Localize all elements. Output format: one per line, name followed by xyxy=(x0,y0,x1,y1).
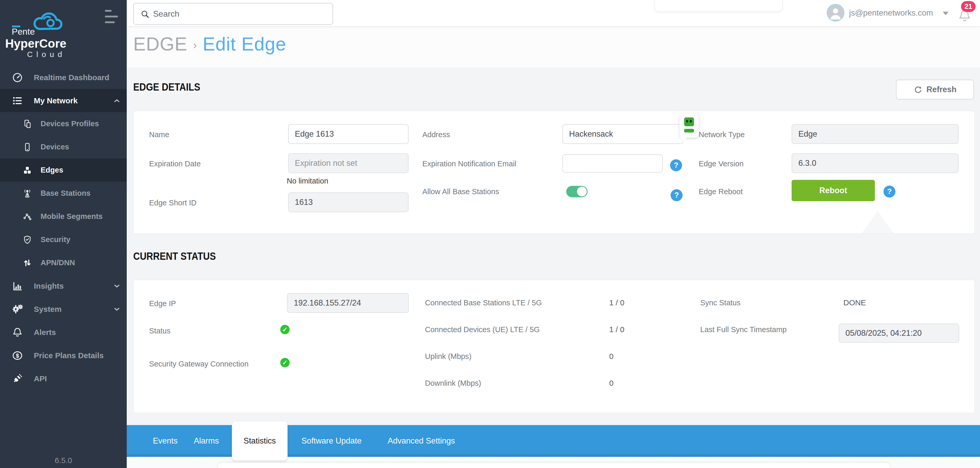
current-status-card: Edge IP Status Security Gateway Connecti… xyxy=(133,280,975,413)
breadcrumb-parent[interactable]: EDGE xyxy=(133,33,187,55)
app-logo: Pente HyperCore Cloud xyxy=(0,0,127,60)
edge-ip-label: Edge IP xyxy=(149,299,176,308)
edge-version-field[interactable] xyxy=(792,153,959,173)
sidebar-item-my-network[interactable]: My Network xyxy=(0,89,127,112)
tab-advanced-settings[interactable]: Advanced Settings xyxy=(387,425,456,457)
sidebar-item-price-plans-details[interactable]: $ Price Plans Details xyxy=(0,344,127,367)
refresh-button[interactable]: Refresh xyxy=(896,80,974,99)
sidebar-item-label: Security xyxy=(41,235,70,244)
name-field[interactable] xyxy=(288,124,409,144)
sidebar-item-api[interactable]: API xyxy=(0,367,127,390)
allow-all-base-stations-help-icon[interactable] xyxy=(671,189,682,201)
search-box[interactable] xyxy=(133,3,333,25)
sidebar-item-alerts[interactable]: Alerts xyxy=(0,321,127,344)
name-label: Name xyxy=(149,131,169,139)
network-type-label: Network Type xyxy=(699,131,745,139)
refresh-icon xyxy=(913,85,923,94)
sync-status-value: DONE xyxy=(843,298,866,307)
chevron-down-icon xyxy=(112,305,121,314)
shield-icon xyxy=(22,235,32,245)
sidebar-item-label: My Network xyxy=(34,96,78,105)
main-content: EDGE › Edit Edge EDGE DETAILS Refresh Na… xyxy=(127,26,980,468)
chevron-down-icon[interactable] xyxy=(943,12,948,15)
edge-ip-field[interactable] xyxy=(287,293,409,313)
last-full-sync-label: Last Full Sync Timestamp xyxy=(700,325,787,334)
app-version: 6.5.0 xyxy=(0,456,127,465)
list-icon xyxy=(12,95,23,107)
tab-software-update[interactable]: Software Update xyxy=(301,425,363,457)
connected-devices-label: Connected Devices (UE) LTE / 5G xyxy=(425,325,540,334)
sidebar-item-mobile-segments[interactable]: Mobile Segments xyxy=(0,205,127,228)
breadcrumb-separator: › xyxy=(193,38,197,51)
notification-count-badge: 21 xyxy=(961,1,975,12)
sidebar-item-label: Alerts xyxy=(34,328,56,337)
sidebar-collapse-hamburger-icon[interactable] xyxy=(105,10,119,25)
address-field[interactable] xyxy=(562,124,684,144)
status-ok-check-icon xyxy=(280,325,290,334)
connected-devices-value: 1 / 0 xyxy=(609,325,624,334)
last-full-sync-field[interactable] xyxy=(839,323,959,343)
allow-all-base-stations-toggle[interactable] xyxy=(566,186,588,197)
avatar[interactable] xyxy=(827,4,845,22)
logo-text-cloud: Cloud xyxy=(27,50,65,59)
sidebar-item-label: APN/DNN xyxy=(41,258,75,267)
sidebar-item-label: Base Stations xyxy=(41,189,91,197)
antenna-icon xyxy=(22,188,32,198)
breadcrumb-current: Edit Edge xyxy=(203,33,286,55)
sidebar-item-realtime-dashboard[interactable]: Realtime Dashboard xyxy=(0,66,127,89)
bell-icon xyxy=(12,327,23,338)
downlink-value: 0 xyxy=(609,379,614,388)
sidebar-item-devices-profiles[interactable]: Devices Profiles xyxy=(0,112,127,135)
sidebar-item-edges[interactable]: Edges xyxy=(0,159,127,181)
tab-events[interactable]: Events xyxy=(146,425,185,457)
status-label: Status xyxy=(149,327,170,335)
sidebar-item-apn-dnn[interactable]: APN/DNN xyxy=(0,251,127,274)
dollar-icon: $ xyxy=(12,350,23,361)
sidebar-item-system[interactable]: System xyxy=(0,298,127,321)
edge-details-title: EDGE DETAILS xyxy=(133,81,200,93)
security-gateway-ok-check-icon xyxy=(280,358,290,367)
statistics-panel xyxy=(217,463,891,468)
tab-statistics[interactable]: Statistics xyxy=(232,422,288,460)
svg-text:$: $ xyxy=(16,352,19,359)
bar-chart-icon xyxy=(12,280,23,292)
up-down-arrows-icon xyxy=(22,258,32,268)
search-icon xyxy=(140,10,150,19)
breadcrumb: EDGE › Edit Edge xyxy=(133,33,286,55)
sidebar: Pente HyperCore Cloud Realtime Dashboard… xyxy=(0,0,127,468)
expiration-email-field[interactable] xyxy=(562,154,663,173)
reboot-button[interactable]: Reboot xyxy=(792,180,875,201)
sidebar-item-label: Insights xyxy=(34,282,64,290)
sidebar-item-label: System xyxy=(34,305,62,314)
allow-all-base-stations-label: Allow All Base Stations xyxy=(422,188,499,196)
sidebar-item-insights[interactable]: Insights xyxy=(0,274,127,298)
sidebar-item-base-stations[interactable]: Base Stations xyxy=(0,181,127,205)
sidebar-item-label: Devices Profiles xyxy=(41,119,99,128)
popup-remnant xyxy=(654,0,783,11)
user-email-menu[interactable]: js@pentenetworks.com xyxy=(849,0,933,26)
network-type-field[interactable] xyxy=(792,124,959,144)
sidebar-item-security[interactable]: Security xyxy=(0,228,127,251)
edge-reboot-label: Edge Reboot xyxy=(699,188,743,196)
expiration-date-label: Expiration Date xyxy=(149,159,200,168)
logo-text-hypercore: HyperCore xyxy=(5,37,66,51)
sidebar-item-devices[interactable]: Devices xyxy=(0,135,127,159)
uplink-label: Uplink (Mbps) xyxy=(425,352,471,361)
password-manager-extension-icon[interactable] xyxy=(679,114,699,138)
search-input[interactable] xyxy=(153,4,330,24)
chevron-up-icon xyxy=(112,96,121,105)
expiration-date-field[interactable] xyxy=(288,153,409,173)
edge-version-label: Edge Version xyxy=(699,159,744,168)
sidebar-item-label: API xyxy=(34,374,47,383)
plug-icon xyxy=(12,373,23,384)
tab-alarms[interactable]: Alarms xyxy=(192,425,221,457)
edge-reboot-help-icon[interactable] xyxy=(883,186,896,197)
cloud-logo-icon xyxy=(31,5,65,35)
edge-short-id-field[interactable] xyxy=(288,193,409,212)
expiration-email-help-icon[interactable] xyxy=(670,159,682,171)
sidebar-item-label: Edges xyxy=(41,166,63,174)
current-status-title: CURRENT STATUS xyxy=(133,250,216,262)
devices-profiles-icon xyxy=(22,119,32,129)
sidebar-item-label: Realtime Dashboard xyxy=(34,73,109,82)
gear-icon xyxy=(12,304,23,315)
